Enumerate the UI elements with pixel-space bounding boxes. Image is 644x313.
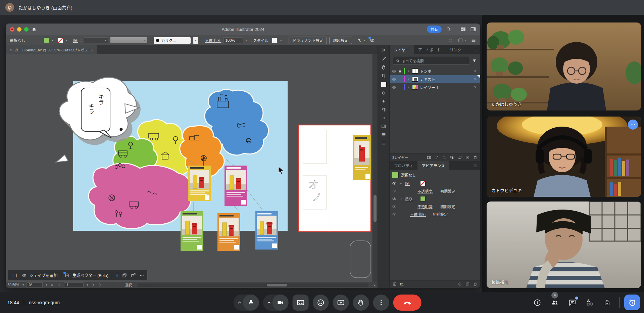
visibility-eye-icon[interactable] [392,196,397,201]
brush-tool-icon[interactable] [381,56,387,61]
delete-layer-icon[interactable] [473,155,478,160]
locate-icon[interactable] [442,155,447,160]
last-page-icon[interactable] [98,283,102,287]
video-tile-kato[interactable]: ⋯ カトウヒデユキ [487,117,641,197]
filter-icon[interactable] [472,58,477,63]
target-icon[interactable] [473,85,477,89]
close-window-icon[interactable] [10,27,14,32]
tab-links[interactable]: リンク [445,45,466,54]
control-bar-menu-icon[interactable] [471,38,476,43]
tab-layers[interactable]: レイヤー [390,45,414,54]
align-panel-icon[interactable] [381,140,386,146]
taskbar-more-button[interactable]: ⋯ [140,273,144,278]
layers-panel-icon[interactable] [381,132,386,137]
opacity-expand-icon[interactable]: › [245,38,247,42]
close-tab-icon[interactable]: × [10,48,12,52]
new-sublayer-icon[interactable] [457,155,462,160]
opacity-label[interactable]: 不透明度: [205,38,221,43]
visibility-eye-icon[interactable] [392,69,396,74]
host-controls-button[interactable] [600,295,614,310]
visibility-eye-icon[interactable] [392,212,397,217]
opacity-value[interactable]: 100% [224,37,243,43]
artboard-number[interactable]: 1 [64,282,84,287]
artboards-panel-icon[interactable] [381,124,386,129]
tab-artboards[interactable]: アートボード [414,45,445,54]
zoom-level[interactable]: 30.59% [8,283,19,287]
timer-extension-button[interactable] [624,295,640,310]
participants-button[interactable]: 4 [547,295,562,310]
camera-button[interactable] [272,295,288,311]
collapse-chevron-icon[interactable] [399,182,403,185]
add-shape-button[interactable]: シェイプを追加 [21,272,57,278]
taskbar-drag-handle[interactable]: ❘❘ [11,273,18,277]
panel-menu-icon[interactable] [473,48,478,52]
stroke-weight-dropdown[interactable]: ▾ [84,37,108,43]
mic-button[interactable] [243,295,259,311]
variable-width-dropdown[interactable]: ▾ [110,37,147,43]
dock-options-button[interactable]: ▾ [458,38,466,43]
next-page-icon[interactable] [91,283,95,287]
video-tile-takahashi[interactable]: たかはしゆうき [487,23,641,110]
activities-button[interactable] [582,295,597,310]
card-artboard[interactable] [299,125,371,232]
visibility-eye-icon[interactable] [392,77,396,82]
tab-properties[interactable]: プロパティ [390,161,417,170]
illustrator-title-bar[interactable]: Adobe Illustrator 2024 共有 [6,24,480,35]
expand-chevron-icon[interactable] [406,77,410,81]
stroke-swatch[interactable] [58,38,63,43]
camera-options-chevron-icon[interactable] [265,299,272,306]
appearance-fill-opacity-row[interactable]: 不透明度: 初期設定 [390,203,480,211]
vertical-scrollbar[interactable] [373,54,378,282]
expand-chevron-icon[interactable] [406,85,410,89]
target-icon[interactable] [473,69,477,73]
expand-chevron-icon[interactable] [406,69,410,73]
text-tool-button[interactable]: T [115,272,118,278]
lock-icon[interactable] [398,69,402,73]
opacity-panel-icon[interactable] [381,116,386,121]
stroke-none-swatch[interactable] [420,181,426,186]
document-setup-button[interactable]: ドキュメント設定 [289,37,327,44]
crop-tool-icon[interactable] [381,73,386,79]
document-icon[interactable] [122,273,127,278]
layer-row-text[interactable]: テキスト [390,75,480,83]
workspace-panel-icon[interactable] [470,26,476,32]
layer-row-layer1[interactable]: レイヤー 1 [390,83,480,91]
expand-panels-icon[interactable] [381,47,386,53]
visibility-eye-icon[interactable] [392,181,397,186]
end-call-button[interactable] [393,295,421,311]
duplicate-item-icon[interactable] [465,282,470,286]
rotation-value[interactable]: 0° [27,282,43,287]
canvas[interactable]: キラ キラ [6,54,378,282]
visibility-eye-icon[interactable] [392,204,397,209]
layers-search-input[interactable]: すべてを検索 [393,57,469,65]
generative-vector-button[interactable]: 生成ベクター (Beta) [64,272,108,278]
tab-appearance[interactable]: アピアランス [417,161,449,170]
captions-button[interactable] [292,295,308,311]
export-icon[interactable] [434,155,439,160]
style-swatch[interactable] [272,38,277,43]
workspace-grid-icon[interactable] [460,26,466,32]
first-page-icon[interactable] [50,283,54,287]
more-options-button[interactable] [373,295,389,311]
reactions-button[interactable] [312,295,329,311]
home-icon[interactable] [31,27,37,32]
horizontal-scrollbar[interactable] [137,283,368,287]
hand-tool-icon[interactable] [381,64,387,70]
stroke-stepper[interactable]: ▴▾ [81,39,82,42]
mic-options-chevron-icon[interactable] [236,299,243,306]
visibility-eye-icon[interactable] [392,85,396,90]
fill-swatch[interactable] [44,38,49,43]
paragraph-panel-icon[interactable] [381,107,386,113]
delete-item-icon[interactable] [473,282,478,286]
panel-menu-icon[interactable] [473,164,478,168]
select-similar-button[interactable]: ▾ [356,38,365,43]
prev-page-icon[interactable] [57,283,61,287]
collapse-chevron-icon[interactable] [399,197,403,201]
scroll-right-icon[interactable]: ▸ [374,283,376,287]
present-button[interactable] [333,295,349,311]
stroke-link[interactable]: 線: [405,181,410,186]
image-icon[interactable] [131,272,136,278]
layer-row-tonbo[interactable]: トンボ [390,67,480,75]
tile-more-button[interactable]: ⋯ [628,120,638,130]
adobe-share-button[interactable]: 共有 [427,26,442,33]
